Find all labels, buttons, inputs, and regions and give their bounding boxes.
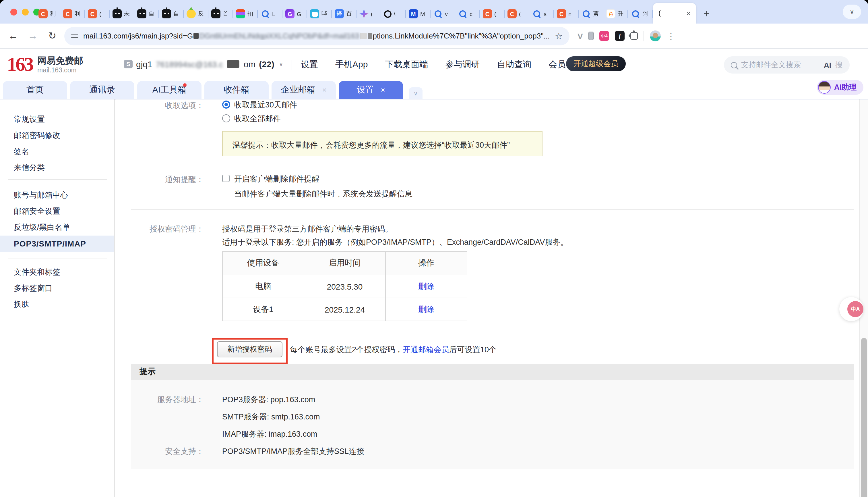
logo-163[interactable]: 163 网易免费邮 mail.163.com <box>7 53 83 76</box>
translate-extension-icon[interactable]: 中A <box>600 31 609 41</box>
close-tab-icon[interactable]: × <box>686 9 691 17</box>
browser-tab[interactable]: 首 <box>208 4 233 24</box>
browser-tab[interactable]: GG <box>282 4 307 24</box>
browser-tab[interactable]: 自 <box>159 4 184 24</box>
close-tab-icon[interactable]: × <box>322 86 326 94</box>
browser-tab[interactable]: 扣 <box>233 4 258 24</box>
browser-tab[interactable]: v <box>430 4 455 24</box>
browser-tab-title: 升 <box>618 10 623 18</box>
browser-tab[interactable]: MM <box>406 4 430 24</box>
claude-icon: C <box>483 9 492 18</box>
extension-phone-icon[interactable] <box>589 32 594 40</box>
table-row: 设备12025.12.24删除 <box>222 298 467 321</box>
mail-tab-设置[interactable]: 设置× <box>339 81 403 99</box>
browser-tab[interactable]: 译百 <box>332 4 356 24</box>
sidebar-item-来信分类[interactable]: 来信分类 <box>0 160 114 176</box>
site-settings-icon[interactable] <box>71 32 78 39</box>
sidebar-item-多标签窗口[interactable]: 多标签窗口 <box>0 280 114 297</box>
browser-tab[interactable]: 哔 <box>307 4 332 24</box>
sidebar-item-常规设置[interactable]: 常规设置 <box>0 112 114 128</box>
scrollbar-thumb[interactable] <box>861 338 867 497</box>
browser-tab[interactable]: 阿 <box>628 4 653 24</box>
divider <box>131 209 854 210</box>
forward-icon[interactable]: → <box>25 28 40 43</box>
url-redaction-block <box>360 33 367 39</box>
float-translate-icon[interactable]: 中A <box>847 301 864 317</box>
radio-all-mail[interactable] <box>222 114 230 123</box>
sidebar-item-反垃圾/黑白名单[interactable]: 反垃圾/黑白名单 <box>0 219 114 236</box>
super-vip-button[interactable]: 开通超级会员 <box>566 56 626 71</box>
delete-link[interactable]: 删除 <box>418 281 434 290</box>
browser-tab[interactable]: 反 <box>184 4 208 24</box>
minimize-window-button[interactable] <box>22 9 29 15</box>
table-header-cell: 启用时间 <box>304 251 385 275</box>
extensions-puzzle-icon[interactable] <box>631 32 638 40</box>
notify-label: 通知提醒： <box>115 175 204 185</box>
browser-tab[interactable]: ( <box>356 4 381 24</box>
header-nav-3[interactable]: 参与调研 <box>445 59 480 70</box>
delete-link[interactable]: 删除 <box>418 304 434 313</box>
mail-tab-通讯录[interactable]: 通讯录 <box>70 81 134 99</box>
settings-sidebar: 常规设置邮箱密码修改签名来信分类账号与邮箱中心邮箱安全设置反垃圾/黑白名单POP… <box>0 99 115 497</box>
scrollbar-track[interactable] <box>859 99 868 497</box>
radio-recent-30-days[interactable] <box>222 101 230 109</box>
mail-tab-AI工具箱[interactable]: AI工具箱 <box>137 81 202 99</box>
sidebar-item-邮箱安全设置[interactable]: 邮箱安全设置 <box>0 203 114 219</box>
open-mail-vip-link[interactable]: 开通邮箱会员 <box>403 345 449 354</box>
browser-tab[interactable]: 剪 <box>579 4 603 24</box>
sidebar-item-账号与邮箱中心[interactable]: 账号与邮箱中心 <box>0 187 114 203</box>
browser-tab[interactable]: {-}升 <box>603 4 628 24</box>
browser-tab[interactable]: C( <box>85 4 109 24</box>
browser-tab[interactable]: s <box>529 4 554 24</box>
pineapple-icon <box>187 9 196 18</box>
mail-tab-企业邮箱[interactable]: 企业邮箱× <box>271 81 336 99</box>
reload-icon[interactable]: ↻ <box>45 28 60 43</box>
mail-tab-收件箱[interactable]: 收件箱 <box>204 81 269 99</box>
bookmark-star-icon[interactable]: ☆ <box>555 31 563 41</box>
add-auth-password-button[interactable]: 新增授权密码 <box>217 341 282 357</box>
sidebar-item-换肤[interactable]: 换肤 <box>0 297 114 313</box>
browser-tab[interactable]: C利 <box>60 4 85 24</box>
browser-tab[interactable]: 未 <box>109 4 134 24</box>
extension-v-icon[interactable]: V <box>577 31 583 41</box>
active-browser-tab[interactable]: ( × <box>653 3 696 24</box>
browser-tab[interactable]: L <box>258 4 282 24</box>
divider <box>8 179 107 180</box>
back-icon[interactable]: ← <box>6 28 21 43</box>
device-cell: 设备1 <box>222 298 304 321</box>
mail-tab-首页[interactable]: 首页 <box>3 81 67 99</box>
server-address-label: 服务器地址： <box>115 395 204 405</box>
browser-menu-icon[interactable]: ⋮ <box>667 31 675 41</box>
address-bar[interactable]: mail.163.com/js6/main.jsp?sid=G DGntliUr… <box>64 27 570 45</box>
delete-reminder-checkbox[interactable] <box>222 175 230 182</box>
browser-tab[interactable]: C利 <box>35 4 60 24</box>
header-nav-0[interactable]: 设置 <box>301 59 318 70</box>
close-window-button[interactable] <box>10 9 17 15</box>
browser-tab[interactable]: \ <box>381 4 406 24</box>
browser-tab[interactable]: 自 <box>134 4 159 24</box>
header-nav-2[interactable]: 下载桌面端 <box>385 59 428 70</box>
mail-search-box[interactable]: 支持邮件全文搜索 AI 搜 <box>724 56 850 73</box>
mail-tab-chevron-icon[interactable]: ∨ <box>409 87 423 99</box>
browser-tab[interactable]: C( <box>480 4 505 24</box>
header-nav-4[interactable]: 自助查询 <box>497 59 531 70</box>
mail-tab-label: 首页 <box>26 84 44 95</box>
browser-tab[interactable]: C( <box>505 4 529 24</box>
close-tab-icon[interactable]: × <box>381 86 385 94</box>
sidebar-item-签名[interactable]: 签名 <box>0 144 114 160</box>
ai-assistant-button[interactable]: AI助理 <box>817 80 864 95</box>
sidebar-item-文件夹和标签[interactable]: 文件夹和标签 <box>0 264 114 280</box>
extension-fn-icon[interactable]: ƒ <box>615 31 625 41</box>
profile-avatar[interactable] <box>650 30 661 41</box>
url-redaction-block <box>193 33 198 39</box>
account-switcher[interactable]: S gjq1 7618994sc@163.c om (22) ∨ <box>124 59 283 69</box>
header-nav-1[interactable]: 手机App <box>335 59 368 70</box>
new-tab-button[interactable]: + <box>698 6 715 22</box>
auth-password-label: 授权密码管理： <box>115 224 204 235</box>
mail-tab-label: AI工具箱 <box>152 84 186 95</box>
browser-tab[interactable]: c <box>455 4 480 24</box>
tab-overflow-chevron-icon[interactable]: ∨ <box>843 4 861 19</box>
sidebar-item-邮箱密码修改[interactable]: 邮箱密码修改 <box>0 128 114 144</box>
browser-tab[interactable]: Cn <box>554 4 579 24</box>
sidebar-item-POP3/SMTP/IMAP[interactable]: POP3/SMTP/IMAP <box>0 236 114 252</box>
